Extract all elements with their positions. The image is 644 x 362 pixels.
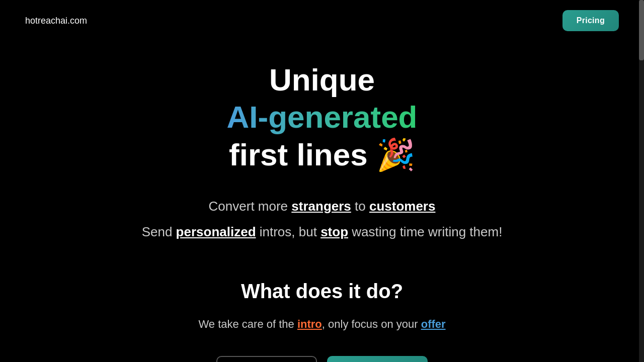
subtitle1-middle: to [351, 199, 369, 214]
customers-text: customers [369, 199, 436, 214]
hero-line2: AI-generated [10, 99, 634, 136]
what-description: We take care of the intro, only focus on… [10, 318, 634, 331]
subtitle2-middle: intros, but [256, 224, 321, 239]
intro-link[interactable]: intro [297, 318, 322, 330]
description-prefix: We take care of the [198, 318, 297, 330]
subtitle1-prefix: Convert more [209, 199, 292, 214]
subtitle2-prefix: Send [142, 224, 176, 239]
header: hotreachai.com Pricing [0, 0, 644, 41]
bottom-section: See a demo Get started [0, 346, 644, 362]
offer-link[interactable]: offer [421, 318, 446, 330]
scrollbar-track[interactable] [639, 0, 644, 362]
stop-text: stop [320, 224, 348, 239]
hero-section: Unique AI-generated first lines 🎉 Conver… [0, 41, 644, 270]
subtitle-section: Convert more strangers to customers Send… [10, 199, 634, 240]
what-title: What does it do? [10, 280, 634, 303]
ai-generated-text: AI-generated [227, 100, 418, 134]
logo: hotreachai.com [25, 16, 87, 26]
start-button[interactable]: Get started [327, 356, 428, 362]
pricing-button[interactable]: Pricing [562, 10, 619, 31]
subtitle2-suffix: wasting time writing them! [348, 224, 502, 239]
hero-line1: Unique [10, 61, 634, 99]
strangers-text: strangers [291, 199, 351, 214]
subtitle1: Convert more strangers to customers [10, 199, 634, 214]
subtitle2: Send personalized intros, but stop wasti… [10, 224, 634, 240]
hero-line3: first lines 🎉 [10, 136, 634, 173]
what-section: What does it do? We take care of the int… [0, 270, 644, 346]
hero-title: Unique AI-generated first lines 🎉 [10, 61, 634, 173]
demo-button[interactable]: See a demo [216, 356, 317, 362]
personalized-text: personalized [176, 224, 256, 239]
description-middle: , only focus on your [322, 318, 421, 330]
